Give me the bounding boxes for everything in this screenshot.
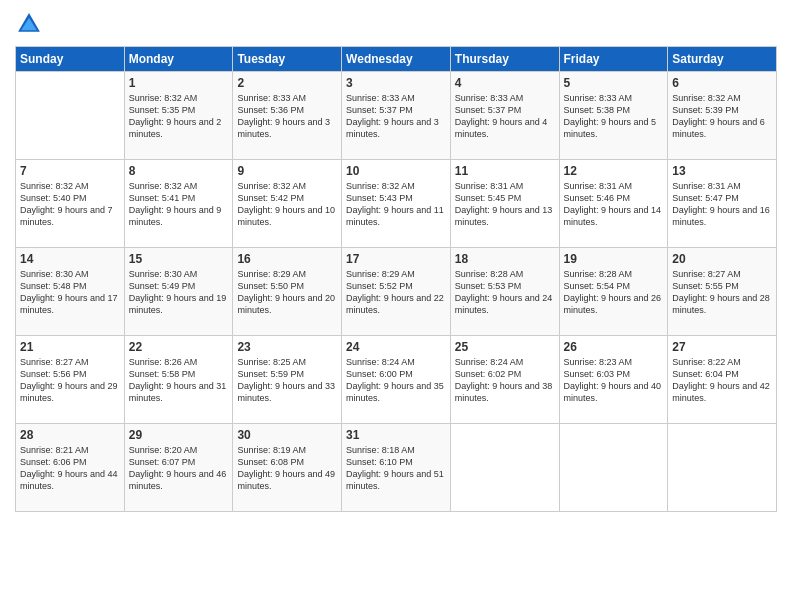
day-number: 24 bbox=[346, 340, 446, 354]
logo bbox=[15, 10, 47, 38]
day-info: Sunrise: 8:33 AMSunset: 5:36 PMDaylight:… bbox=[237, 92, 337, 141]
day-cell: 2Sunrise: 8:33 AMSunset: 5:36 PMDaylight… bbox=[233, 72, 342, 160]
day-info: Sunrise: 8:27 AMSunset: 5:55 PMDaylight:… bbox=[672, 268, 772, 317]
day-cell: 15Sunrise: 8:30 AMSunset: 5:49 PMDayligh… bbox=[124, 248, 233, 336]
day-number: 7 bbox=[20, 164, 120, 178]
day-number: 21 bbox=[20, 340, 120, 354]
day-info: Sunrise: 8:30 AMSunset: 5:48 PMDaylight:… bbox=[20, 268, 120, 317]
day-cell: 4Sunrise: 8:33 AMSunset: 5:37 PMDaylight… bbox=[450, 72, 559, 160]
day-number: 30 bbox=[237, 428, 337, 442]
day-number: 28 bbox=[20, 428, 120, 442]
day-number: 4 bbox=[455, 76, 555, 90]
day-cell: 18Sunrise: 8:28 AMSunset: 5:53 PMDayligh… bbox=[450, 248, 559, 336]
header-day-friday: Friday bbox=[559, 47, 668, 72]
day-info: Sunrise: 8:20 AMSunset: 6:07 PMDaylight:… bbox=[129, 444, 229, 493]
calendar-table: SundayMondayTuesdayWednesdayThursdayFrid… bbox=[15, 46, 777, 512]
day-cell: 14Sunrise: 8:30 AMSunset: 5:48 PMDayligh… bbox=[16, 248, 125, 336]
header-day-thursday: Thursday bbox=[450, 47, 559, 72]
day-number: 9 bbox=[237, 164, 337, 178]
day-info: Sunrise: 8:32 AMSunset: 5:42 PMDaylight:… bbox=[237, 180, 337, 229]
day-info: Sunrise: 8:32 AMSunset: 5:35 PMDaylight:… bbox=[129, 92, 229, 141]
day-cell: 25Sunrise: 8:24 AMSunset: 6:02 PMDayligh… bbox=[450, 336, 559, 424]
day-cell: 24Sunrise: 8:24 AMSunset: 6:00 PMDayligh… bbox=[342, 336, 451, 424]
header-day-tuesday: Tuesday bbox=[233, 47, 342, 72]
day-number: 5 bbox=[564, 76, 664, 90]
day-cell: 3Sunrise: 8:33 AMSunset: 5:37 PMDaylight… bbox=[342, 72, 451, 160]
day-cell: 28Sunrise: 8:21 AMSunset: 6:06 PMDayligh… bbox=[16, 424, 125, 512]
day-info: Sunrise: 8:25 AMSunset: 5:59 PMDaylight:… bbox=[237, 356, 337, 405]
day-cell: 27Sunrise: 8:22 AMSunset: 6:04 PMDayligh… bbox=[668, 336, 777, 424]
logo-icon bbox=[15, 10, 43, 38]
week-row-1: 7Sunrise: 8:32 AMSunset: 5:40 PMDaylight… bbox=[16, 160, 777, 248]
header-day-saturday: Saturday bbox=[668, 47, 777, 72]
week-row-4: 28Sunrise: 8:21 AMSunset: 6:06 PMDayligh… bbox=[16, 424, 777, 512]
day-number: 6 bbox=[672, 76, 772, 90]
day-number: 13 bbox=[672, 164, 772, 178]
week-row-2: 14Sunrise: 8:30 AMSunset: 5:48 PMDayligh… bbox=[16, 248, 777, 336]
day-info: Sunrise: 8:21 AMSunset: 6:06 PMDaylight:… bbox=[20, 444, 120, 493]
day-info: Sunrise: 8:33 AMSunset: 5:38 PMDaylight:… bbox=[564, 92, 664, 141]
day-cell: 16Sunrise: 8:29 AMSunset: 5:50 PMDayligh… bbox=[233, 248, 342, 336]
header-day-wednesday: Wednesday bbox=[342, 47, 451, 72]
day-cell: 17Sunrise: 8:29 AMSunset: 5:52 PMDayligh… bbox=[342, 248, 451, 336]
day-cell bbox=[559, 424, 668, 512]
day-cell: 23Sunrise: 8:25 AMSunset: 5:59 PMDayligh… bbox=[233, 336, 342, 424]
day-cell: 6Sunrise: 8:32 AMSunset: 5:39 PMDaylight… bbox=[668, 72, 777, 160]
day-cell: 1Sunrise: 8:32 AMSunset: 5:35 PMDaylight… bbox=[124, 72, 233, 160]
day-cell: 5Sunrise: 8:33 AMSunset: 5:38 PMDaylight… bbox=[559, 72, 668, 160]
day-cell bbox=[16, 72, 125, 160]
day-number: 31 bbox=[346, 428, 446, 442]
day-number: 15 bbox=[129, 252, 229, 266]
calendar-header: SundayMondayTuesdayWednesdayThursdayFrid… bbox=[16, 47, 777, 72]
day-info: Sunrise: 8:24 AMSunset: 6:02 PMDaylight:… bbox=[455, 356, 555, 405]
day-number: 19 bbox=[564, 252, 664, 266]
day-number: 17 bbox=[346, 252, 446, 266]
day-number: 20 bbox=[672, 252, 772, 266]
week-row-0: 1Sunrise: 8:32 AMSunset: 5:35 PMDaylight… bbox=[16, 72, 777, 160]
day-info: Sunrise: 8:31 AMSunset: 5:46 PMDaylight:… bbox=[564, 180, 664, 229]
day-cell: 31Sunrise: 8:18 AMSunset: 6:10 PMDayligh… bbox=[342, 424, 451, 512]
day-number: 2 bbox=[237, 76, 337, 90]
day-number: 14 bbox=[20, 252, 120, 266]
day-info: Sunrise: 8:32 AMSunset: 5:43 PMDaylight:… bbox=[346, 180, 446, 229]
day-number: 11 bbox=[455, 164, 555, 178]
day-number: 1 bbox=[129, 76, 229, 90]
day-info: Sunrise: 8:31 AMSunset: 5:45 PMDaylight:… bbox=[455, 180, 555, 229]
day-info: Sunrise: 8:24 AMSunset: 6:00 PMDaylight:… bbox=[346, 356, 446, 405]
day-info: Sunrise: 8:27 AMSunset: 5:56 PMDaylight:… bbox=[20, 356, 120, 405]
day-info: Sunrise: 8:19 AMSunset: 6:08 PMDaylight:… bbox=[237, 444, 337, 493]
day-cell: 26Sunrise: 8:23 AMSunset: 6:03 PMDayligh… bbox=[559, 336, 668, 424]
day-info: Sunrise: 8:33 AMSunset: 5:37 PMDaylight:… bbox=[455, 92, 555, 141]
day-number: 27 bbox=[672, 340, 772, 354]
day-number: 16 bbox=[237, 252, 337, 266]
day-number: 18 bbox=[455, 252, 555, 266]
day-number: 8 bbox=[129, 164, 229, 178]
day-cell bbox=[668, 424, 777, 512]
day-cell: 12Sunrise: 8:31 AMSunset: 5:46 PMDayligh… bbox=[559, 160, 668, 248]
day-cell: 8Sunrise: 8:32 AMSunset: 5:41 PMDaylight… bbox=[124, 160, 233, 248]
page: SundayMondayTuesdayWednesdayThursdayFrid… bbox=[0, 0, 792, 612]
day-cell: 22Sunrise: 8:26 AMSunset: 5:58 PMDayligh… bbox=[124, 336, 233, 424]
header-row: SundayMondayTuesdayWednesdayThursdayFrid… bbox=[16, 47, 777, 72]
day-number: 26 bbox=[564, 340, 664, 354]
day-info: Sunrise: 8:28 AMSunset: 5:54 PMDaylight:… bbox=[564, 268, 664, 317]
day-cell: 30Sunrise: 8:19 AMSunset: 6:08 PMDayligh… bbox=[233, 424, 342, 512]
day-cell: 20Sunrise: 8:27 AMSunset: 5:55 PMDayligh… bbox=[668, 248, 777, 336]
day-cell: 13Sunrise: 8:31 AMSunset: 5:47 PMDayligh… bbox=[668, 160, 777, 248]
day-info: Sunrise: 8:32 AMSunset: 5:39 PMDaylight:… bbox=[672, 92, 772, 141]
day-info: Sunrise: 8:26 AMSunset: 5:58 PMDaylight:… bbox=[129, 356, 229, 405]
day-info: Sunrise: 8:29 AMSunset: 5:50 PMDaylight:… bbox=[237, 268, 337, 317]
day-number: 3 bbox=[346, 76, 446, 90]
day-number: 12 bbox=[564, 164, 664, 178]
day-info: Sunrise: 8:32 AMSunset: 5:40 PMDaylight:… bbox=[20, 180, 120, 229]
day-number: 23 bbox=[237, 340, 337, 354]
day-info: Sunrise: 8:32 AMSunset: 5:41 PMDaylight:… bbox=[129, 180, 229, 229]
day-cell: 7Sunrise: 8:32 AMSunset: 5:40 PMDaylight… bbox=[16, 160, 125, 248]
day-cell: 19Sunrise: 8:28 AMSunset: 5:54 PMDayligh… bbox=[559, 248, 668, 336]
day-number: 29 bbox=[129, 428, 229, 442]
day-number: 10 bbox=[346, 164, 446, 178]
calendar-body: 1Sunrise: 8:32 AMSunset: 5:35 PMDaylight… bbox=[16, 72, 777, 512]
header-day-monday: Monday bbox=[124, 47, 233, 72]
day-cell: 29Sunrise: 8:20 AMSunset: 6:07 PMDayligh… bbox=[124, 424, 233, 512]
day-info: Sunrise: 8:23 AMSunset: 6:03 PMDaylight:… bbox=[564, 356, 664, 405]
